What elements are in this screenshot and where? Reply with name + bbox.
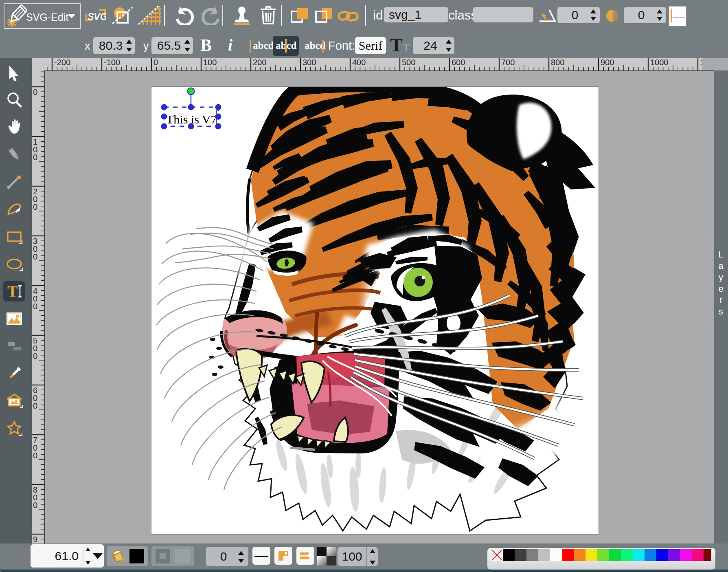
svg-text:-200: -200 (54, 58, 70, 67)
svg-text:0: 0 (33, 352, 37, 361)
svg-text:700: 700 (501, 58, 515, 67)
svg-text:1100: 1100 (700, 58, 702, 67)
svg-text:300: 300 (303, 58, 316, 67)
svg-text:0: 0 (33, 252, 37, 261)
svg-text:200: 200 (253, 58, 266, 67)
svg-text:1000: 1000 (650, 58, 669, 67)
svg-text:0: 0 (33, 302, 37, 311)
svg-text:-100: -100 (104, 58, 120, 67)
svg-text:100: 100 (203, 58, 217, 67)
svg-text:0: 0 (33, 501, 37, 510)
svg-text:0: 0 (33, 88, 37, 97)
svg-text:0: 0 (33, 153, 37, 162)
svg-text:900: 900 (601, 58, 614, 67)
svg-text:0: 0 (33, 202, 37, 211)
svg-text:600: 600 (452, 58, 465, 67)
svg-text:9: 9 (33, 535, 37, 543)
svg-text:SVG: SVG (88, 11, 106, 22)
svg-text:T: T (7, 283, 18, 300)
svg-text:0: 0 (153, 58, 158, 67)
svg-text:400: 400 (352, 58, 366, 67)
svg-text:0: 0 (33, 451, 37, 460)
svg-text:0: 0 (33, 401, 37, 410)
svg-text:500: 500 (402, 58, 415, 67)
svg-text:800: 800 (551, 58, 564, 67)
